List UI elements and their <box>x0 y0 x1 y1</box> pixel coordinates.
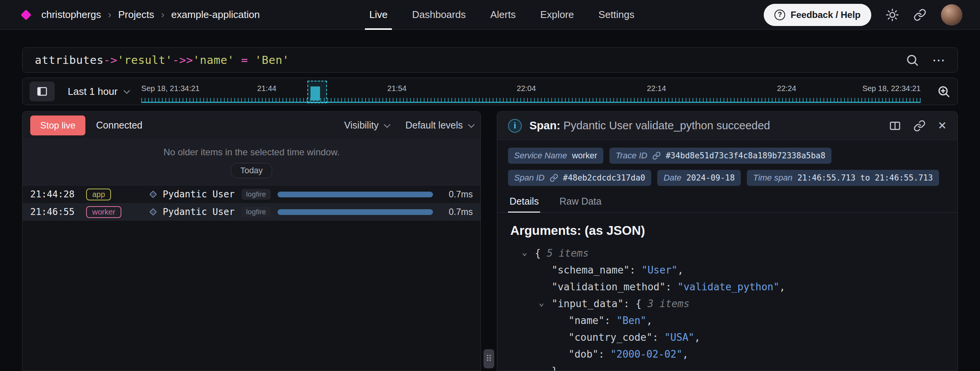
search-icon[interactable] <box>905 53 919 67</box>
time-range-select[interactable]: Last 1 hour <box>68 86 128 98</box>
nav-items: LiveDashboardsAlertsExploreSettings <box>357 0 647 30</box>
nav-item-explore[interactable]: Explore <box>528 0 586 30</box>
tab-details[interactable]: Details <box>508 194 540 212</box>
meta-pill-trace-id[interactable]: Trace ID#34bd8e51d73c3f4c8a189b72338a5ba… <box>609 148 831 164</box>
logfire-badge: logfire <box>242 207 271 217</box>
default-levels-dropdown[interactable]: Default levels <box>405 120 473 131</box>
link-icon <box>550 174 558 182</box>
query-bar[interactable]: attributes->'result'->>'name' = 'Ben' ⋯ <box>22 47 958 73</box>
json-token: "name" <box>568 315 604 326</box>
timeline-tick-label: 22:04 <box>517 84 536 93</box>
share-link-icon[interactable] <box>913 8 926 21</box>
trace-service-tag[interactable]: worker <box>86 206 121 218</box>
logfire-badge: logfire <box>242 189 271 200</box>
query-code[interactable]: attributes->'result'->>'name' = 'Ben' <box>35 54 289 67</box>
timeline-selection[interactable] <box>307 81 327 103</box>
breadcrumb-separator-icon: › <box>108 9 111 21</box>
breadcrumb-item[interactable]: Projects <box>118 9 154 21</box>
today-button[interactable]: Today <box>231 163 273 178</box>
collapse-caret-icon[interactable]: ⌄ <box>522 244 527 260</box>
zoom-in-icon[interactable] <box>937 85 951 98</box>
span-detail-panel: i Span: Pydantic User validate_python su… <box>497 111 958 371</box>
json-token: "2000-02-02" <box>611 348 683 360</box>
timeline-tick-label: 21:44 <box>257 84 276 93</box>
nav-item-live[interactable]: Live <box>357 0 400 30</box>
json-line: "dob": "2000-02-02", <box>510 346 944 363</box>
breadcrumb-separator-icon: › <box>161 9 165 21</box>
feedback-help-button[interactable]: ? Feedback / Help <box>764 4 871 26</box>
copy-link-icon[interactable] <box>913 120 926 132</box>
trace-duration: 0.7ms <box>440 207 473 217</box>
visibility-label: Visibility <box>344 120 379 131</box>
query-token: = <box>234 54 255 67</box>
json-token: 3 items <box>647 298 689 309</box>
json-token: 5 items <box>547 247 589 259</box>
trace-name: Pydantic User <box>163 189 235 200</box>
meta-pill-value: #34bd8e51d73c3f4c8a189b72338a5ba8 <box>666 151 825 160</box>
breadcrumb-item[interactable]: example-application <box>171 9 260 21</box>
query-token: ->> <box>172 54 193 67</box>
breadcrumb-item[interactable]: christophergs <box>41 9 101 21</box>
meta-pill-service-name: Service Nameworker <box>508 148 603 164</box>
span-meta: Service NameworkerTrace ID#34bd8e51d73c3… <box>497 140 957 188</box>
meta-pill-value: #48eb2cdcdc317da0 <box>563 173 645 182</box>
json-token: , <box>647 315 653 326</box>
meta-pill-label: Date <box>663 173 681 183</box>
help-icon: ? <box>774 10 785 20</box>
collapse-caret-icon[interactable]: ⌄ <box>539 294 544 311</box>
timeline-ruler[interactable]: Sep 18, 21:34:2121:4421:5422:0422:1422:2… <box>141 78 921 105</box>
query-token: 'name' <box>193 54 234 67</box>
theme-toggle-icon[interactable] <box>886 8 899 21</box>
json-line: "schema_name": "User", <box>510 262 944 278</box>
user-avatar[interactable] <box>941 4 962 26</box>
nav-item-dashboards[interactable]: Dashboards <box>400 0 478 30</box>
arguments-heading: Arguments: (as JSON) <box>510 223 944 238</box>
json-token: , <box>694 332 701 343</box>
stop-live-button[interactable]: Stop live <box>30 116 85 135</box>
duration-bar[interactable] <box>278 209 433 215</box>
live-panel-header: Stop live Connected Visibility Default l… <box>23 112 480 139</box>
time-range-label: Last 1 hour <box>68 86 118 98</box>
close-icon[interactable]: ✕ <box>938 119 947 132</box>
trace-duration: 0.7ms <box>440 189 473 200</box>
meta-pill-span-id[interactable]: Span ID#48eb2cdcdc317da0 <box>508 170 651 186</box>
nav-item-alerts[interactable]: Alerts <box>478 0 528 30</box>
live-panel: Stop live Connected Visibility Default l… <box>22 111 481 371</box>
meta-pill-label: Trace ID <box>616 151 647 161</box>
top-nav: christophergs›Projects›example-applicati… <box>0 0 980 30</box>
timeline-ticks <box>141 98 921 103</box>
json-line: } <box>510 363 944 371</box>
expand-view-icon[interactable] <box>889 120 901 132</box>
sidebar-toggle-button[interactable] <box>29 81 55 101</box>
span-title-label: Span: <box>529 119 560 132</box>
timeline-bar: Last 1 hour Sep 18, 21:34:2121:4421:5422… <box>22 78 958 105</box>
meta-pill-value: 2024-09-18 <box>686 173 735 182</box>
duration-bar-track <box>278 209 433 215</box>
query-token: -> <box>104 54 118 67</box>
duration-bar[interactable] <box>278 192 433 197</box>
nav-item-settings[interactable]: Settings <box>586 0 647 30</box>
json-token: : <box>652 332 664 343</box>
resize-handle[interactable]: ⠿ <box>483 349 494 368</box>
live-panel-empty-area <box>23 221 480 371</box>
json-token: : <box>665 281 677 293</box>
nav-right: ? Feedback / Help <box>647 4 962 26</box>
json-token: , <box>779 281 786 293</box>
meta-pill-label: Span ID <box>514 173 545 183</box>
query-token: 'Ben' <box>255 54 289 67</box>
empty-window-message: No older items in the selected time wind… <box>23 147 480 158</box>
trace-row[interactable]: 21:44:28appPydantic Userlogfire0.7ms <box>23 186 480 203</box>
span-diamond-icon <box>149 208 157 216</box>
detail-content: Arguments: (as JSON) ⌄{ 5 items"schema_n… <box>497 213 957 371</box>
trace-row[interactable]: 21:46:55workerPydantic Userlogfire0.7ms <box>23 203 480 221</box>
json-token: : <box>598 348 610 360</box>
logfire-logo-icon[interactable] <box>21 9 31 20</box>
visibility-dropdown[interactable]: Visibility <box>344 120 389 131</box>
json-token: "Ben" <box>616 315 646 326</box>
json-token: } <box>552 365 558 371</box>
trace-service-tag[interactable]: app <box>86 189 111 200</box>
json-token: "country_code" <box>568 332 652 343</box>
tab-raw-data[interactable]: Raw Data <box>558 194 603 212</box>
more-options-icon[interactable]: ⋯ <box>932 54 945 67</box>
json-token: { <box>535 247 547 259</box>
